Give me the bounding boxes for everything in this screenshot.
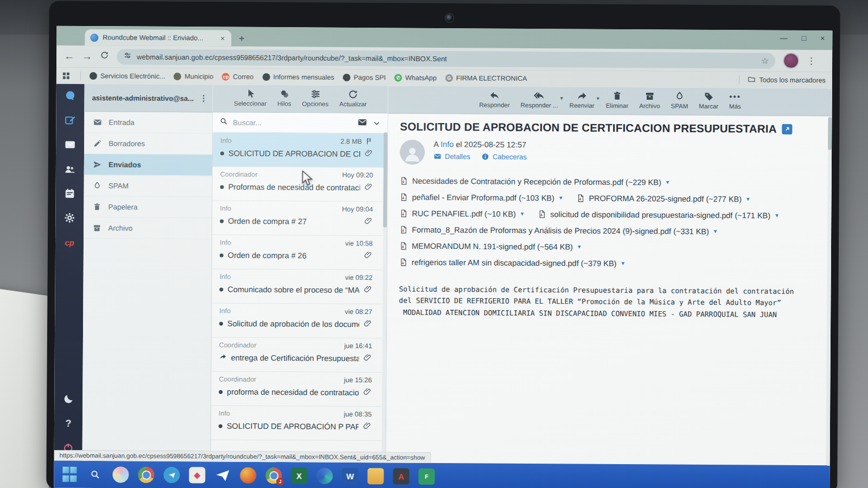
toolbar-button-tag[interactable]: Marcar bbox=[693, 91, 724, 110]
browser-menu-icon[interactable]: ⋮ bbox=[807, 55, 816, 67]
browser-tab[interactable]: Roundcube Webmail :: Enviado... × bbox=[85, 29, 231, 47]
close-icon[interactable]: × bbox=[820, 34, 825, 42]
message-row[interactable]: InfoHoy 09:04Orden de compra # 27 bbox=[212, 201, 387, 236]
settings-icon[interactable] bbox=[63, 211, 76, 224]
attachment-menu-icon[interactable]: ▾ bbox=[559, 194, 563, 201]
taskbar-chrome-profile-icon[interactable]: J bbox=[265, 467, 282, 484]
roundcube-logo-icon[interactable] bbox=[64, 89, 77, 102]
toolbar-button-refresh[interactable]: Actualizar bbox=[334, 89, 372, 107]
attachment-item[interactable]: Necesidades de Contratación y Recepción … bbox=[400, 176, 669, 187]
attachment-item[interactable]: MEMORANDUM N. 191-signed.pdf (~564 KB)▾ bbox=[399, 241, 581, 251]
attachment-menu-icon[interactable]: ▾ bbox=[521, 210, 524, 217]
message-link-detalles[interactable]: Detalles bbox=[433, 152, 470, 160]
attachment-item[interactable]: peñafiel - Enviar Proforma.pdf (~103 KB)… bbox=[400, 192, 563, 202]
message-row[interactable]: CoordinadorHoy 09:20Proformas de necesid… bbox=[213, 166, 387, 202]
folder-item-borradores[interactable]: Borradores bbox=[84, 133, 212, 155]
taskbar-explorer-icon[interactable] bbox=[367, 468, 384, 484]
reload-button[interactable] bbox=[100, 50, 109, 62]
site-settings-icon[interactable] bbox=[123, 51, 132, 62]
message-row[interactable]: Coordinadorjue 16:41entrega de Certifica… bbox=[212, 337, 386, 373]
tab-close-icon[interactable]: × bbox=[219, 34, 226, 42]
attachment-item[interactable]: Formato_8_Razón de Proformas y Análisis … bbox=[399, 225, 717, 236]
recipient-link[interactable]: Info bbox=[441, 140, 454, 149]
taskbar-firefox-icon[interactable] bbox=[240, 467, 256, 484]
taskbar-acrobat-icon[interactable]: A bbox=[393, 468, 409, 484]
attachment-menu-icon[interactable]: ▾ bbox=[621, 260, 624, 267]
toolbar-button-dots[interactable]: •••Más bbox=[724, 91, 746, 110]
url-text[interactable]: webmail.sanjuan.gob.ec/cpsess9598656217/… bbox=[137, 53, 756, 65]
chevron-down-icon[interactable] bbox=[372, 119, 381, 127]
taskbar-word-icon[interactable]: W bbox=[342, 468, 358, 484]
folder-item-papelera[interactable]: Papelera bbox=[84, 196, 212, 218]
calendar-icon[interactable] bbox=[63, 187, 76, 200]
attachment-menu-icon[interactable]: ▾ bbox=[746, 195, 750, 202]
bookmark-item[interactable]: Informes mensuales bbox=[262, 73, 334, 81]
folder-item-enviados[interactable]: Enviados bbox=[84, 154, 212, 176]
message-row[interactable]: Infojue 08:35SOLICITUD DE APROBACIÓN P P… bbox=[211, 406, 386, 441]
cpanel-icon[interactable]: cp bbox=[63, 236, 76, 249]
taskbar-telegram-icon[interactable] bbox=[163, 467, 180, 483]
folder-item-entrada[interactable]: Entrada bbox=[84, 112, 212, 133]
attachment-item[interactable]: refrigerios taller AM sin discapacidad-s… bbox=[399, 258, 624, 268]
caret-down-icon[interactable]: ▾ bbox=[597, 95, 599, 101]
bookmark-item[interactable]: Municipio bbox=[174, 73, 213, 80]
attachment-menu-icon[interactable]: ▾ bbox=[714, 228, 717, 235]
message-row[interactable]: Infovie 10:58Orden de compra # 26 bbox=[212, 235, 387, 270]
toolbar-button-reply-all[interactable]: Responder ... bbox=[515, 90, 564, 109]
toolbar-button-forward[interactable]: Reenviar bbox=[564, 90, 600, 108]
caret-down-icon[interactable]: ▾ bbox=[560, 95, 563, 101]
bookmark-item[interactable]: Servicios Electrónic... bbox=[90, 72, 165, 80]
taskbar-photos-icon[interactable]: ◆ bbox=[189, 467, 205, 483]
toolbar-button-trash[interactable]: Eliminar bbox=[601, 91, 634, 109]
help-icon[interactable]: ? bbox=[62, 417, 75, 430]
open-external-icon[interactable] bbox=[782, 124, 793, 134]
dark-mode-icon[interactable] bbox=[62, 393, 75, 406]
attachment-item[interactable]: PROFORMA 26-2025-signed.pdf (~277 KB)▾ bbox=[576, 194, 749, 203]
toolbar-button-threads[interactable]: Hilos bbox=[272, 88, 297, 107]
new-tab-button[interactable]: + bbox=[239, 33, 245, 44]
attachment-item[interactable]: solicitud de disponibilidad presupuestar… bbox=[538, 210, 778, 220]
message-row[interactable]: Coordinadorjue 15:26proforma de necesida… bbox=[211, 371, 386, 407]
account-header[interactable]: asistente-administrativo@sa... ⋮ bbox=[85, 84, 213, 112]
message-row[interactable]: Infovie 09:22Comunicado sobre el proceso… bbox=[212, 269, 386, 304]
message-link-cabeceras[interactable]: Cabeceras bbox=[481, 152, 527, 161]
folder-item-archivo[interactable]: Archivo bbox=[84, 217, 212, 239]
toolbar-button-reply[interactable]: Responder bbox=[474, 89, 515, 108]
bookmark-item[interactable]: Pagos SPI bbox=[343, 74, 386, 81]
taskbar-start-icon[interactable] bbox=[61, 466, 78, 483]
attachment-menu-icon[interactable]: ▾ bbox=[578, 243, 581, 251]
taskbar-sheets-icon[interactable]: F bbox=[418, 468, 435, 485]
folder-item-spam[interactable]: SPAM bbox=[84, 175, 212, 197]
compose-icon[interactable] bbox=[63, 114, 76, 127]
browser-profile-avatar[interactable] bbox=[783, 53, 799, 69]
omnibox[interactable]: webmail.sanjuan.gob.ec/cpsess9598656217/… bbox=[117, 49, 775, 68]
toolbar-button-flame[interactable]: SPAM bbox=[666, 91, 694, 109]
taskbar-search-icon[interactable] bbox=[87, 466, 103, 483]
toolbar-button-sliders[interactable]: Opciones bbox=[297, 88, 334, 107]
toolbar-button-cursor[interactable]: Seleccionar bbox=[228, 88, 272, 107]
taskbar-copilot-icon[interactable] bbox=[112, 466, 129, 483]
toolbar-button-archive[interactable]: Archivo bbox=[634, 91, 666, 109]
attachment-menu-icon[interactable]: ▾ bbox=[775, 212, 778, 219]
bookmark-item[interactable]: cpCorreo bbox=[222, 73, 253, 81]
taskbar-excel-icon[interactable]: X bbox=[291, 467, 307, 484]
message-row[interactable]: Info2.8 MBSOLICITUD DE APROBACION DE CER… bbox=[213, 132, 387, 168]
contacts-icon[interactable] bbox=[63, 163, 76, 176]
search-input[interactable]: Buscar... bbox=[233, 118, 352, 127]
minimize-icon[interactable]: — bbox=[780, 34, 788, 42]
forward-button[interactable]: → bbox=[82, 50, 92, 62]
account-menu-icon[interactable]: ⋮ bbox=[200, 93, 208, 103]
mail-icon[interactable] bbox=[63, 138, 76, 151]
compose-envelope-icon[interactable] bbox=[357, 117, 367, 130]
taskbar-edge-icon[interactable] bbox=[316, 468, 333, 484]
taskbar-mail-app-icon[interactable] bbox=[214, 467, 231, 483]
back-button[interactable]: ← bbox=[64, 50, 74, 62]
all-bookmarks[interactable]: Todos los marcadores bbox=[735, 75, 826, 85]
message-row[interactable]: Infovie 08:27Solicitud de aprobación de … bbox=[212, 303, 386, 338]
taskbar-chrome-icon[interactable] bbox=[138, 467, 154, 483]
apps-grid-icon[interactable] bbox=[63, 73, 69, 79]
maximize-icon[interactable]: □ bbox=[802, 34, 807, 42]
bookmark-item[interactable]: ✆WhatsApp bbox=[394, 74, 437, 81]
attachment-menu-icon[interactable]: ▾ bbox=[666, 179, 669, 186]
bookmark-star-icon[interactable]: ☆ bbox=[761, 55, 769, 66]
